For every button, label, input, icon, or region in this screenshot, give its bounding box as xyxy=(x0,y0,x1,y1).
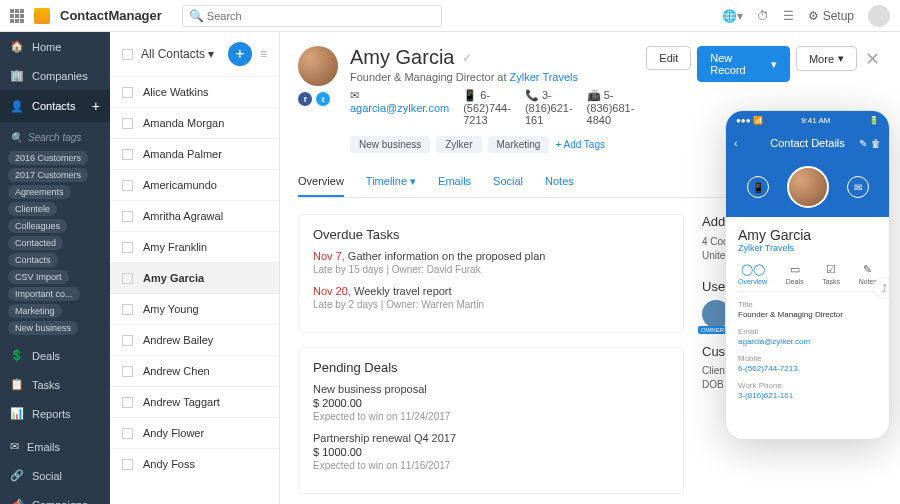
sidebar-item-deals[interactable]: 💲 Deals xyxy=(0,341,110,370)
sidebar-item-companies[interactable]: 🏢 Companies xyxy=(0,61,110,90)
tab-overview[interactable]: Overview xyxy=(298,167,344,197)
task-row[interactable]: Nov 20, Weekly travel report xyxy=(313,285,669,297)
row-checkbox[interactable] xyxy=(122,428,133,439)
tag-chip[interactable]: Agreements xyxy=(8,185,71,199)
tag-chip[interactable]: Colleagues xyxy=(8,219,67,233)
globe-icon[interactable]: 🌐▾ xyxy=(722,9,743,23)
new-record-button[interactable]: New Record ▾ xyxy=(697,46,790,82)
tag-chip[interactable]: Contacted xyxy=(8,236,63,250)
setup-button[interactable]: ⚙ Setup xyxy=(808,9,854,23)
twitter-icon[interactable]: t xyxy=(316,92,330,106)
list-item[interactable]: Alice Watkins xyxy=(110,76,279,107)
phone-action-icon[interactable]: 📱 xyxy=(747,176,769,198)
sidebar-item-home[interactable]: 🏠 Home xyxy=(0,32,110,61)
list-item[interactable]: Andrew Taggart xyxy=(110,386,279,417)
tag-chip[interactable]: CSV Import xyxy=(8,270,69,284)
task-row[interactable]: Nov 7, Gather information on the propose… xyxy=(313,250,669,262)
sidebar-item-reports[interactable]: 📊 Reports xyxy=(0,399,110,428)
apps-grid-icon[interactable] xyxy=(10,9,24,23)
deal-amount: $ 2000.00 xyxy=(313,397,669,409)
tag-chip[interactable]: 2017 Customers xyxy=(8,168,88,182)
ptab-deals[interactable]: ▭Deals xyxy=(786,263,804,285)
contact-tag[interactable]: Zylker xyxy=(436,136,481,153)
phone-mobile: 📱 6-(562)744-7213 xyxy=(463,89,511,126)
list-item[interactable]: Andrew Chen xyxy=(110,355,279,386)
deal-row[interactable]: Partnership renewal Q4 2017 xyxy=(313,432,669,444)
tag-chip[interactable]: Clientele xyxy=(8,202,57,216)
row-checkbox[interactable] xyxy=(122,366,133,377)
facebook-icon[interactable]: f xyxy=(298,92,312,106)
tag-list: 2016 Customers 2017 Customers Agreements… xyxy=(0,149,110,337)
select-all-checkbox[interactable] xyxy=(122,49,133,60)
row-checkbox[interactable] xyxy=(122,87,133,98)
row-checkbox[interactable] xyxy=(122,335,133,346)
company-link[interactable]: Zylker Travels xyxy=(510,71,578,83)
fax-field: 📠 5-(836)681-4840 xyxy=(587,89,635,126)
list-item[interactable]: Amy Young xyxy=(110,293,279,324)
share-icon[interactable]: ⤴ xyxy=(873,277,890,299)
list-item[interactable]: Amritha Agrawal xyxy=(110,200,279,231)
list-item[interactable]: Amanda Palmer xyxy=(110,138,279,169)
contact-tag[interactable]: New business xyxy=(350,136,430,153)
delete-icon[interactable]: 🗑 xyxy=(871,138,881,149)
tab-notes[interactable]: Notes xyxy=(545,167,574,197)
email-field[interactable]: ✉ agarcia@zylker.com xyxy=(350,89,449,126)
edit-button[interactable]: Edit xyxy=(646,46,691,70)
user-avatar[interactable] xyxy=(868,5,890,27)
list-item[interactable]: Amy Garcia xyxy=(110,262,279,293)
tag-chip[interactable]: New business xyxy=(8,321,78,335)
row-checkbox[interactable] xyxy=(122,273,133,284)
deal-meta: Expected to win on 11/16/2017 xyxy=(313,460,669,471)
app-logo xyxy=(34,8,50,24)
list-item[interactable]: Amy Franklin xyxy=(110,231,279,262)
row-checkbox[interactable] xyxy=(122,459,133,470)
sidebar-item-emails[interactable]: ✉ Emails xyxy=(0,432,110,461)
tag-chip[interactable]: Important co... xyxy=(8,287,80,301)
global-search-input[interactable] xyxy=(182,5,442,27)
mobile-preview: ●●● 📶9:41 AM🔋 ‹ Contact Details ✎ 🗑 📱 ✉ … xyxy=(725,110,890,440)
deal-meta: Expected to win on 11/24/2017 xyxy=(313,411,669,422)
row-checkbox[interactable] xyxy=(122,149,133,160)
tab-emails[interactable]: Emails xyxy=(438,167,471,197)
phone-company[interactable]: Zylker Travels xyxy=(738,243,877,253)
tag-chip[interactable]: 2016 Customers xyxy=(8,151,88,165)
list-item[interactable]: Andy Foss xyxy=(110,448,279,479)
more-button[interactable]: More ▾ xyxy=(796,46,857,71)
ptab-overview[interactable]: ◯◯Overview xyxy=(738,263,767,285)
row-checkbox[interactable] xyxy=(122,211,133,222)
list-title[interactable]: All Contacts ▾ xyxy=(141,47,220,61)
tab-timeline[interactable]: Timeline ▾ xyxy=(366,167,416,197)
add-tags-button[interactable]: + Add Tags xyxy=(555,139,605,150)
task-meta: Late by 2 days | Owner: Warren Martin xyxy=(313,299,669,310)
tag-chip[interactable]: Marketing xyxy=(8,304,62,318)
sidebar-item-campaigns[interactable]: 📣 Campaigns xyxy=(0,490,110,504)
feed-icon[interactable]: ☰ xyxy=(783,9,794,23)
edit-icon[interactable]: ✎ xyxy=(859,138,867,149)
row-checkbox[interactable] xyxy=(122,118,133,129)
contact-tag[interactable]: Marketing xyxy=(488,136,550,153)
phone-title: Contact Details xyxy=(770,137,845,149)
list-item[interactable]: Andy Flower xyxy=(110,417,279,448)
close-icon[interactable]: ✕ xyxy=(863,46,882,72)
clock-icon[interactable]: ⏱ xyxy=(757,9,769,23)
row-checkbox[interactable] xyxy=(122,304,133,315)
row-checkbox[interactable] xyxy=(122,397,133,408)
list-menu-icon[interactable]: ≡ xyxy=(260,47,267,61)
row-checkbox[interactable] xyxy=(122,180,133,191)
sidebar-item-contacts[interactable]: 👤 Contacts+ xyxy=(0,90,110,122)
search-tags-input[interactable]: 🔍 Search tags xyxy=(0,126,110,149)
row-checkbox[interactable] xyxy=(122,242,133,253)
sidebar-item-tasks[interactable]: 📋 Tasks xyxy=(0,370,110,399)
list-item[interactable]: Amanda Morgan xyxy=(110,107,279,138)
tag-chip[interactable]: Contacts xyxy=(8,253,58,267)
add-contact-icon[interactable]: + xyxy=(92,98,100,114)
list-item[interactable]: Andrew Bailey xyxy=(110,324,279,355)
deal-row[interactable]: New business proposal xyxy=(313,383,669,395)
mail-action-icon[interactable]: ✉ xyxy=(847,176,869,198)
add-button[interactable]: + xyxy=(228,42,252,66)
sidebar-item-social[interactable]: 🔗 Social xyxy=(0,461,110,490)
back-icon[interactable]: ‹ xyxy=(734,137,738,149)
ptab-tasks[interactable]: ☑Tasks xyxy=(822,263,840,285)
list-item[interactable]: Americamundo xyxy=(110,169,279,200)
tab-social[interactable]: Social xyxy=(493,167,523,197)
